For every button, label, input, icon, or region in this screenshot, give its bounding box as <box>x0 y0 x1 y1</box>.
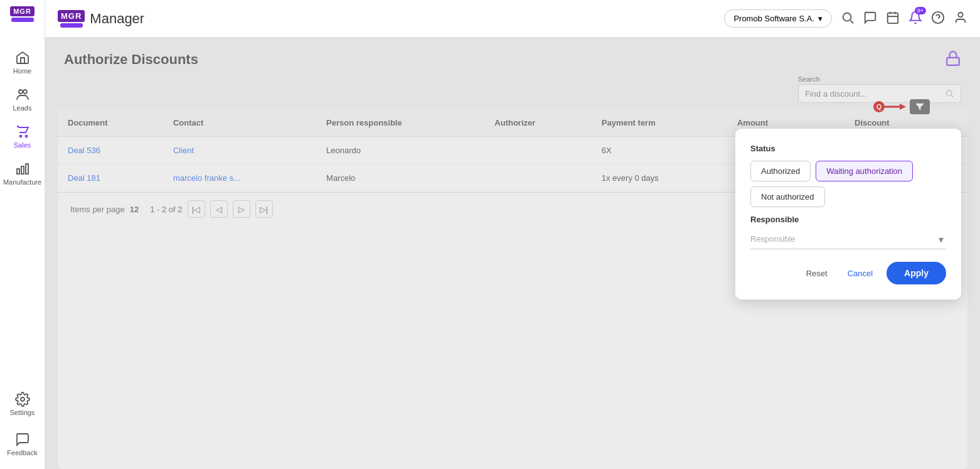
svg-rect-10 <box>888 13 898 23</box>
svg-point-1 <box>23 90 27 94</box>
topbar-logo-icon: MGR <box>58 10 85 28</box>
sales-icon <box>15 124 30 139</box>
settings-icon <box>15 392 30 407</box>
feedback-label: Feedback <box>7 449 37 456</box>
sidebar-item-manufacture[interactable]: Manufacture <box>0 155 45 192</box>
home-label: Home <box>13 67 31 75</box>
svg-rect-4 <box>17 169 19 174</box>
svg-point-2 <box>19 136 21 137</box>
topbar-logo-text: MGR <box>58 10 85 22</box>
home-icon <box>15 50 30 65</box>
cancel-button[interactable]: Cancel <box>841 264 879 283</box>
topbar-logo-bar <box>60 23 83 28</box>
filter-actions: Reset Cancel Apply <box>750 262 946 284</box>
svg-rect-6 <box>26 164 28 174</box>
sidebar-item-settings[interactable]: Settings <box>7 385 37 423</box>
manufacture-icon <box>15 161 30 176</box>
svg-line-9 <box>851 20 854 23</box>
svg-point-16 <box>958 12 962 16</box>
logo-bar <box>11 18 34 22</box>
leads-icon <box>15 87 30 102</box>
help-icon <box>931 11 945 24</box>
svg-rect-5 <box>21 166 24 174</box>
company-chevron: ▾ <box>818 14 823 23</box>
calendar-icon <box>886 11 900 24</box>
leads-label: Leads <box>13 104 32 112</box>
sidebar-item-leads[interactable]: Leads <box>0 81 45 118</box>
reset-button[interactable]: Reset <box>800 264 834 283</box>
apply-button[interactable]: Apply <box>887 262 946 284</box>
user-icon <box>954 11 967 24</box>
messages-button[interactable] <box>863 11 877 27</box>
filter-status-label: Status <box>750 144 946 153</box>
settings-label: Settings <box>10 409 35 416</box>
company-selector[interactable]: Promob Software S.A. ▾ <box>724 9 832 28</box>
user-button[interactable] <box>954 11 967 27</box>
status-not-authorized-button[interactable]: Not authorized <box>750 186 825 207</box>
sidebar-item-feedback[interactable]: Feedback <box>7 426 37 463</box>
svg-point-0 <box>19 90 23 94</box>
manufacture-label: Manufacture <box>3 178 41 186</box>
sidebar: MGR Home Leads Sales Manufacture <box>0 0 45 469</box>
logo-text: MGR <box>10 6 35 16</box>
filter-popup: Status Authorized Waiting authorization … <box>735 129 961 299</box>
svg-point-3 <box>25 136 27 137</box>
search-icon <box>841 11 855 24</box>
status-buttons-group: Authorized Waiting authorization Not aut… <box>750 161 946 207</box>
company-name: Promob Software S.A. <box>733 14 814 23</box>
responsible-label: Responsible <box>750 215 946 224</box>
svg-point-8 <box>843 13 851 21</box>
main-content: MGR Manager Promob Software S.A. ▾ <box>45 0 980 469</box>
svg-point-7 <box>21 397 24 401</box>
sales-label: Sales <box>14 141 31 149</box>
sidebar-item-home[interactable]: Home <box>0 44 45 81</box>
topbar: MGR Manager Promob Software S.A. ▾ <box>45 0 980 38</box>
chat-icon <box>863 11 877 24</box>
status-waiting-button[interactable]: Waiting authorization <box>816 161 913 181</box>
topbar-logo: MGR Manager <box>58 10 718 28</box>
status-authorized-button[interactable]: Authorized <box>750 161 811 181</box>
help-button[interactable] <box>931 11 945 27</box>
calendar-button[interactable] <box>886 11 900 27</box>
search-button[interactable] <box>841 11 855 27</box>
page-area: Authorize Discounts Search <box>45 38 980 469</box>
topbar-actions: Promob Software S.A. ▾ <box>724 9 967 28</box>
app-title: Manager <box>90 11 144 27</box>
responsible-select[interactable]: Responsible <box>750 229 946 249</box>
sidebar-item-sales[interactable]: Sales <box>0 118 45 155</box>
notifications-button[interactable]: 9+ <box>908 11 922 27</box>
app-logo: MGR <box>7 6 38 31</box>
notification-badge: 9+ <box>915 7 926 14</box>
feedback-icon <box>15 432 30 447</box>
responsible-wrap: Responsible <box>750 229 946 249</box>
